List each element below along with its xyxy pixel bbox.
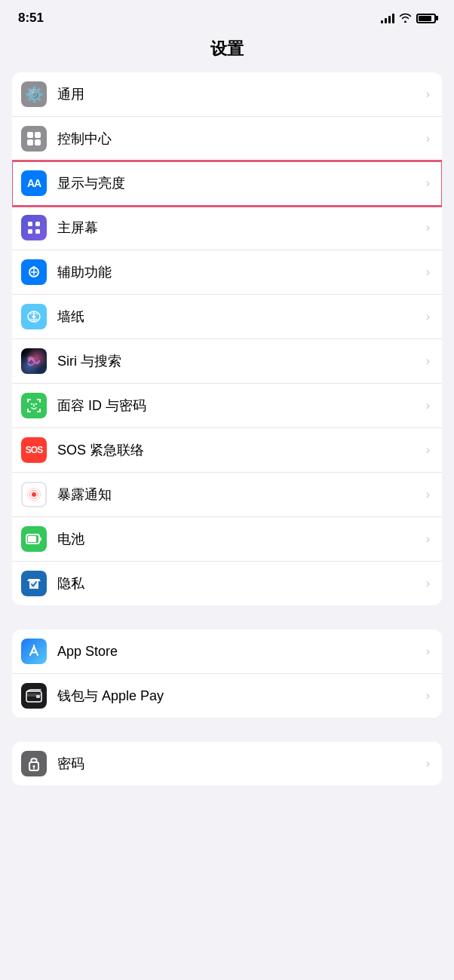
appstore-chevron: › [426, 645, 430, 658]
settings-group-3: 密码 › [12, 742, 442, 786]
svg-rect-20 [39, 409, 41, 412]
svg-rect-27 [33, 579, 35, 583]
settings-row-wallpaper[interactable]: 墙纸 › [12, 295, 442, 339]
faceid-chevron: › [426, 399, 430, 412]
general-icon: ⚙️ [21, 81, 47, 107]
general-label: 通用 [57, 85, 423, 103]
battery-status-icon [416, 14, 436, 23]
sos-label: SOS 紧急联络 [57, 441, 423, 459]
accessibility-chevron: › [426, 265, 430, 279]
general-chevron: › [426, 87, 430, 101]
control-center-icon [21, 126, 47, 152]
settings-row-siri[interactable]: Siri 与搜索 › [12, 339, 442, 384]
exposure-icon [21, 482, 47, 507]
privacy-icon [21, 571, 47, 596]
wallet-chevron: › [426, 689, 430, 703]
faceid-icon [21, 393, 47, 418]
settings-row-sos[interactable]: SOS SOS 紧急联络 › [12, 428, 442, 473]
status-time: 8:51 [18, 11, 44, 26]
sos-chevron: › [426, 443, 430, 457]
settings-row-privacy[interactable]: 隐私 › [12, 562, 442, 605]
settings-row-wallet[interactable]: 钱包与 Apple Pay › [12, 674, 442, 718]
exposure-chevron: › [426, 488, 430, 501]
settings-row-homescreen[interactable]: 主屏幕 › [12, 206, 442, 250]
battery-chevron: › [426, 532, 430, 546]
svg-rect-5 [35, 222, 40, 226]
wifi-icon [399, 12, 412, 25]
settings-row-password[interactable]: 密码 › [12, 742, 442, 786]
settings-row-general[interactable]: ⚙️ 通用 › [12, 72, 442, 117]
privacy-label: 隐私 [57, 574, 423, 593]
svg-rect-7 [35, 229, 40, 234]
svg-rect-32 [36, 695, 40, 698]
page-title: 设置 [210, 39, 244, 58]
display-label: 显示与亮度 [57, 174, 423, 192]
accessibility-icon [21, 259, 47, 285]
display-icon: AA [21, 170, 47, 196]
sos-icon: SOS [21, 437, 47, 463]
status-bar: 8:51 [0, 0, 454, 32]
settings-row-battery[interactable]: 电池 › [12, 517, 442, 562]
status-icons [381, 12, 436, 25]
svg-rect-6 [28, 229, 32, 234]
svg-point-22 [35, 403, 37, 405]
faceid-label: 面容 ID 与密码 [57, 397, 423, 415]
svg-rect-26 [39, 537, 41, 541]
siri-label: Siri 与搜索 [57, 352, 423, 370]
wallet-icon [21, 683, 47, 709]
wallpaper-label: 墙纸 [57, 308, 423, 326]
settings-row-display[interactable]: AA 显示与亮度 › [12, 161, 442, 206]
svg-rect-0 [27, 132, 33, 138]
svg-rect-25 [28, 536, 36, 542]
settings-row-accessibility[interactable]: 辅助功能 › [12, 250, 442, 295]
accessibility-label: 辅助功能 [57, 263, 423, 281]
homescreen-chevron: › [426, 221, 430, 234]
password-icon [21, 751, 47, 776]
battery-label: 电池 [57, 530, 423, 548]
svg-rect-17 [27, 399, 29, 403]
svg-rect-19 [27, 409, 29, 412]
svg-rect-4 [28, 222, 32, 226]
settings-row-faceid[interactable]: 面容 ID 与密码 › [12, 384, 442, 428]
settings-group-2: App Store › 钱包与 Apple Pay › [12, 629, 442, 718]
password-chevron: › [426, 757, 430, 770]
settings-row-exposure[interactable]: 暴露通知 › [12, 473, 442, 517]
homescreen-label: 主屏幕 [57, 219, 423, 237]
homescreen-icon [21, 215, 47, 240]
svg-rect-18 [39, 399, 41, 403]
svg-rect-1 [35, 132, 41, 138]
appstore-label: App Store [57, 644, 423, 660]
exposure-label: 暴露通知 [57, 485, 423, 504]
settings-row-control-center[interactable]: 控制中心 › [12, 117, 442, 161]
settings-row-appstore[interactable]: App Store › [12, 629, 442, 674]
svg-rect-2 [27, 139, 33, 145]
siri-chevron: › [426, 354, 430, 368]
svg-point-21 [31, 403, 32, 405]
page-title-bar: 设置 [0, 32, 454, 72]
settings-group-1: ⚙️ 通用 › 控制中心 › AA 显示与亮度 › [12, 72, 442, 605]
battery-icon-row [21, 526, 47, 552]
svg-rect-3 [35, 139, 41, 145]
appstore-icon [21, 639, 47, 664]
privacy-chevron: › [426, 577, 430, 590]
wallet-label: 钱包与 Apple Pay [57, 687, 423, 705]
wallpaper-chevron: › [426, 310, 430, 323]
signal-icon [381, 14, 394, 23]
control-center-chevron: › [426, 132, 430, 145]
siri-icon [21, 348, 47, 374]
control-center-label: 控制中心 [57, 130, 423, 148]
wallpaper-icon [21, 304, 47, 329]
password-label: 密码 [57, 755, 423, 773]
display-chevron: › [426, 176, 430, 190]
